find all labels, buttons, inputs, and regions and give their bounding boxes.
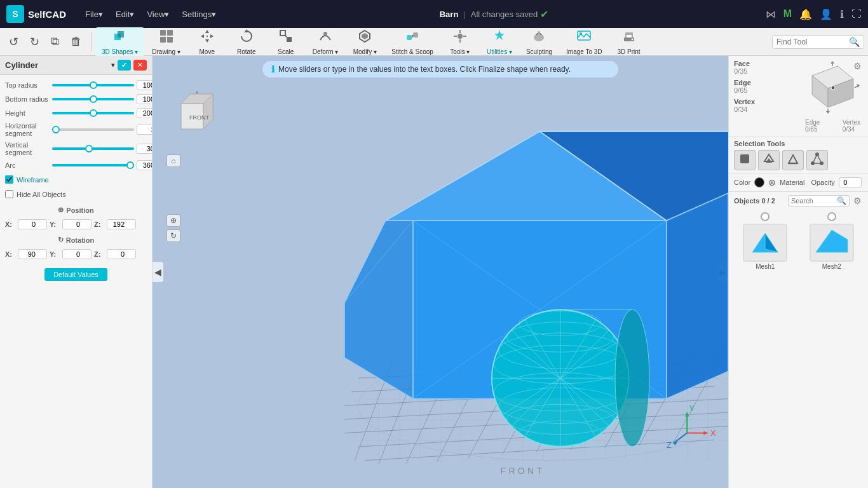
tool-sculpting[interactable]: Sculpting bbox=[520, 27, 559, 57]
redo-button[interactable]: ↻ bbox=[25, 32, 44, 51]
height-input[interactable] bbox=[137, 108, 153, 118]
default-values-button[interactable]: Default Values bbox=[44, 268, 107, 281]
mesh1-select[interactable] bbox=[761, 212, 770, 221]
rot-z-input[interactable] bbox=[107, 249, 136, 259]
tool-modify[interactable]: Modify bbox=[346, 27, 384, 57]
svg-marker-8 bbox=[201, 34, 204, 38]
logo[interactable]: S SelfCAD bbox=[6, 5, 66, 23]
rot-y-input[interactable] bbox=[62, 249, 92, 259]
sel-tool-vertex[interactable] bbox=[806, 150, 828, 170]
arc-input[interactable] bbox=[137, 160, 153, 170]
delete-button[interactable]: 🗑 bbox=[65, 32, 87, 51]
pos-z-input[interactable] bbox=[107, 219, 136, 229]
objects-settings-button[interactable]: ⚙ bbox=[852, 194, 863, 207]
copy-button[interactable]: ⧉ bbox=[46, 32, 64, 51]
bottom-radius-slider[interactable] bbox=[52, 98, 134, 100]
tool-deform[interactable]: Deform bbox=[306, 27, 345, 57]
m-icon[interactable]: M bbox=[783, 8, 792, 20]
bottom-radius-input[interactable] bbox=[137, 94, 153, 104]
tool-scale[interactable]: Scale bbox=[267, 27, 305, 57]
height-slider[interactable] bbox=[52, 112, 134, 114]
find-tool-wrap: 🔍 bbox=[772, 35, 864, 49]
tool-scale-label: Scale bbox=[278, 48, 294, 55]
shape-params: Top radius Bottom radius Height Horizont… bbox=[0, 75, 152, 291]
logo-icon: S bbox=[6, 5, 24, 23]
sel-tools-label: Selection Tools bbox=[734, 140, 863, 147]
rot-x-input[interactable] bbox=[18, 249, 47, 259]
menu-view[interactable]: View▾ bbox=[140, 7, 175, 22]
tool-drawing[interactable]: Drawing bbox=[146, 27, 186, 57]
confirm-shape-button[interactable]: ✔ bbox=[118, 60, 131, 71]
opacity-input[interactable] bbox=[839, 177, 862, 187]
svg-marker-6 bbox=[205, 30, 209, 33]
fev-labels-row: Edge0/65 Vertex0/34 bbox=[803, 119, 863, 133]
svg-text:Z: Z bbox=[667, 440, 672, 450]
mesh2-item[interactable]: Mesh2 bbox=[801, 212, 864, 270]
menu-settings[interactable]: Settings▾ bbox=[175, 7, 222, 22]
menu-file[interactable]: File▾ bbox=[79, 7, 109, 22]
v-segment-slider[interactable] bbox=[52, 147, 134, 150]
pos-x-input[interactable] bbox=[18, 219, 47, 229]
tool-drawing-label: Drawing bbox=[152, 48, 180, 55]
share-icon[interactable]: ⋈ bbox=[766, 8, 776, 20]
svg-rect-3 bbox=[167, 30, 173, 36]
mesh1-item[interactable]: Mesh1 bbox=[734, 212, 797, 270]
material-button[interactable]: ⊛ bbox=[768, 177, 776, 187]
tool-3d-print[interactable]: 3D Print bbox=[610, 27, 648, 57]
svg-marker-120 bbox=[831, 61, 834, 64]
save-icon: ✔ bbox=[540, 8, 548, 20]
tool-utilities[interactable]: Utilities bbox=[480, 27, 519, 57]
vertex-info: Vertex 0/34 bbox=[734, 98, 755, 113]
wireframe-checkbox[interactable] bbox=[5, 175, 13, 184]
fullscreen-icon[interactable]: ⛶ bbox=[851, 8, 862, 20]
objects-search-input[interactable] bbox=[791, 197, 836, 205]
color-material-section: Color ⊛ Material Opacity bbox=[729, 173, 868, 191]
svg-rect-10 bbox=[207, 36, 208, 37]
tool-move[interactable]: Move bbox=[188, 27, 226, 57]
arc-slider[interactable] bbox=[52, 164, 134, 166]
bottom-radius-label: Bottom radius bbox=[5, 95, 50, 103]
svg-marker-17 bbox=[362, 33, 368, 39]
h-segment-slider[interactable] bbox=[52, 128, 134, 131]
svg-marker-124 bbox=[826, 111, 830, 114]
tool-stitch[interactable]: Stitch & Scoop bbox=[385, 27, 440, 57]
close-shape-button[interactable]: ✕ bbox=[133, 60, 147, 71]
find-tool-input[interactable] bbox=[776, 37, 846, 46]
mesh2-select[interactable] bbox=[827, 212, 836, 221]
param-top-radius: Top radius bbox=[5, 80, 147, 90]
tool-image-to-3d[interactable]: Image To 3D bbox=[560, 27, 609, 57]
position-xyz-row: X: Y: Z: bbox=[5, 219, 147, 229]
find-tool-search-icon: 🔍 bbox=[849, 37, 860, 47]
right-panel: Face 0/35 Edge 0/65 Vertex 0/34 ⚙ bbox=[728, 56, 868, 488]
top-radius-input[interactable] bbox=[137, 80, 153, 90]
tool-3d-shapes[interactable]: 3D Shapes bbox=[95, 27, 144, 57]
rot-y-label: Y: bbox=[50, 250, 60, 258]
info-icon[interactable]: ℹ bbox=[840, 8, 844, 20]
tool-tools[interactable]: Tools bbox=[441, 27, 479, 57]
pos-y-label: Y: bbox=[50, 220, 60, 228]
v-segment-input[interactable] bbox=[137, 144, 153, 154]
sel-tool-face[interactable] bbox=[758, 150, 780, 170]
top-radius-slider[interactable] bbox=[52, 84, 134, 86]
svg-point-104 bbox=[615, 309, 649, 447]
h-segment-input[interactable] bbox=[137, 125, 153, 135]
sel-tool-edge[interactable] bbox=[782, 150, 804, 170]
user-icon[interactable]: 👤 bbox=[820, 8, 832, 20]
tool-rotate[interactable]: Rotate bbox=[227, 27, 266, 57]
edge-count: 0/65 bbox=[734, 86, 755, 94]
undo-button[interactable]: ↺ bbox=[4, 32, 24, 51]
bell-icon[interactable]: 🔔 bbox=[799, 8, 812, 20]
stitch-icon bbox=[405, 29, 420, 48]
svg-point-132 bbox=[815, 152, 819, 156]
shape-dropdown-arrow[interactable]: ▾ bbox=[111, 61, 115, 69]
menu-edit[interactable]: Edit▾ bbox=[109, 7, 140, 22]
sel-tool-object[interactable] bbox=[734, 150, 756, 170]
viewport[interactable]: ℹ Move sliders or type in the values int… bbox=[153, 56, 728, 488]
color-swatch[interactable] bbox=[754, 177, 764, 187]
pos-y-input[interactable] bbox=[62, 219, 92, 229]
vertex-bottom-label: Vertex0/34 bbox=[843, 119, 860, 133]
hide-objects-checkbox[interactable] bbox=[5, 190, 13, 198]
position-section: ⊕ Position bbox=[5, 203, 147, 215]
fev-settings-button[interactable]: ⚙ bbox=[852, 60, 863, 72]
svg-text:X: X bbox=[710, 428, 716, 438]
